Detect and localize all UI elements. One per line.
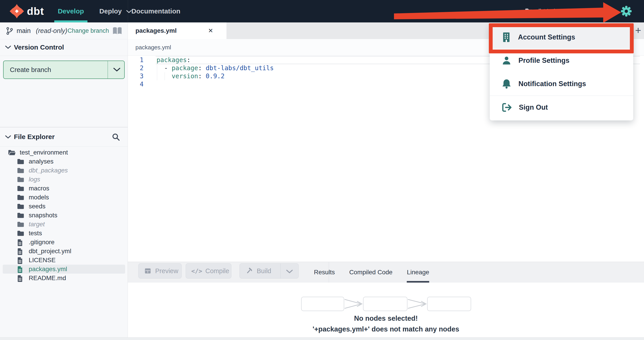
change-branch-link[interactable]: Change branch [68, 22, 109, 39]
account-breadcrumb[interactable]: dbt Labs / Analytics [536, 0, 590, 22]
folder-icon [17, 221, 24, 227]
folder-icon [17, 168, 24, 173]
gear-icon[interactable] [621, 6, 632, 17]
folder-open-icon [8, 150, 16, 156]
file-row-readme[interactable]: README.md [0, 274, 128, 282]
new-tab-button[interactable]: + [632, 22, 644, 39]
folder-row-seeds[interactable]: seeds [0, 202, 128, 211]
sign-out-icon [502, 103, 512, 112]
folder-row-target[interactable]: target [0, 220, 128, 229]
folder-row-logs[interactable]: logs [0, 175, 128, 184]
compile-button[interactable]: </> Compile [186, 263, 232, 278]
folder-row-analyses[interactable]: analyses [0, 157, 128, 166]
file-icon [17, 257, 23, 264]
tab-title: packages.yml [136, 22, 177, 39]
close-icon[interactable]: ✕ [208, 22, 213, 39]
build-label: Build [257, 267, 271, 275]
folder-row-macros[interactable]: macros [0, 184, 128, 193]
tab-compiled-code[interactable]: Compiled Code [349, 262, 392, 282]
create-branch-label: Create branch [10, 61, 51, 78]
folder-row-test-environment[interactable]: test_environment [0, 148, 128, 157]
folder-icon [17, 212, 24, 218]
bottom-action-bar: Preview </> Compile Build Resul [128, 262, 644, 282]
chevron-down-icon[interactable] [113, 67, 121, 72]
chevron-down-icon [5, 135, 11, 139]
line-number: 3 [128, 72, 156, 80]
bell-icon [502, 79, 511, 89]
menu-item-sign-out[interactable]: Sign Out [490, 96, 633, 119]
compile-label: Compile [206, 267, 229, 275]
lineage-empty-title: No nodes selected! [128, 314, 644, 322]
active-tab-underline [54, 20, 88, 22]
person-icon [502, 56, 511, 65]
table-icon [144, 268, 151, 274]
lineage-empty-detail: '+packages.yml+' does not match any node… [128, 325, 644, 333]
folder-row-models[interactable]: models [0, 193, 128, 202]
top-navbar: dbt Develop Deploy Documentation dbt Lab… [0, 0, 644, 22]
file-icon [17, 239, 23, 246]
chevron-down-icon[interactable] [286, 269, 293, 274]
file-row-dbt-project[interactable]: dbt_project.yml [0, 247, 128, 256]
build-button[interactable]: Build [240, 263, 299, 278]
indent-guide [157, 72, 157, 80]
line-number: 4 [128, 80, 156, 88]
file-icon [17, 275, 23, 282]
nav-tab-deploy[interactable]: Deploy [96, 0, 125, 22]
version-control-header[interactable]: Version Control [0, 39, 128, 56]
folder-icon [17, 230, 24, 236]
folder-row-tests[interactable]: tests [0, 229, 128, 238]
lineage-panel: No nodes selected! '+packages.yml+' does… [128, 282, 644, 337]
breadcrumb: packages.yml [136, 39, 171, 56]
tab-lineage[interactable]: Lineage [407, 262, 429, 282]
chevron-down-icon [126, 10, 132, 14]
search-icon[interactable] [112, 133, 120, 141]
indent-guide [157, 64, 157, 72]
file-row-gitignore[interactable]: .gitignore [0, 238, 128, 247]
folder-icon [17, 186, 24, 191]
file-tree: test_environment analyses dbt_packages l… [0, 148, 128, 282]
file-row-packages-selected[interactable]: packages.yml [3, 265, 125, 274]
brand-wordmark[interactable]: dbt [27, 0, 44, 22]
file-row-license[interactable]: LICENSE [0, 256, 128, 265]
folder-row-snapshots[interactable]: snapshots [0, 211, 128, 220]
version-control-title: Version Control [14, 39, 64, 56]
chevron-down-icon [5, 45, 11, 49]
current-branch-name: main [16, 22, 31, 39]
nav-tab-documentation[interactable]: Documentation [132, 0, 174, 22]
help-icon[interactable]: ? [606, 7, 615, 17]
file-explorer-header[interactable]: File Explorer [0, 127, 128, 146]
preview-label: Preview [155, 267, 178, 275]
line-number: 1 [128, 56, 156, 64]
left-sidebar: main (read-only) Change branch Version C… [0, 22, 128, 340]
branch-readonly-label: (read-only) [36, 22, 67, 39]
annotation-highlight-box [489, 23, 634, 54]
folder-icon [17, 158, 24, 164]
menu-item-notification-settings[interactable]: Notification Settings [490, 72, 633, 96]
preview-button[interactable]: Preview [138, 263, 182, 278]
folder-icon [17, 176, 24, 182]
dbt-cloud-ide: dbt Develop Deploy Documentation dbt Lab… [0, 0, 644, 340]
file-icon [17, 248, 23, 255]
button-split-divider [280, 264, 281, 278]
folder-row-dbt-packages[interactable]: dbt_packages [0, 166, 128, 175]
docs-book-icon[interactable] [112, 27, 122, 35]
code-icon: </> [191, 268, 202, 274]
tab-results[interactable]: Results [314, 262, 335, 282]
git-branch-icon [6, 27, 14, 35]
folder-icon [17, 204, 24, 209]
line-number: 2 [128, 64, 156, 72]
dbt-logo-icon[interactable] [10, 4, 24, 18]
result-tabs: Results Compiled Code Lineage [314, 262, 429, 282]
folder-icon [17, 194, 24, 200]
horizontal-scrollbar[interactable] [0, 337, 644, 340]
hammer-icon [246, 267, 253, 274]
line-number-gutter: 1 2 3 4 [128, 56, 156, 88]
file-icon [17, 266, 23, 273]
file-explorer-title: File Explorer [14, 128, 55, 146]
tab-packages-yml[interactable]: packages.yml ✕ [128, 22, 226, 39]
folder-icon [525, 8, 533, 15]
create-branch-button[interactable]: Create branch [3, 60, 125, 79]
nav-tab-develop[interactable]: Develop [54, 0, 88, 22]
branch-bar: main (read-only) Change branch [0, 22, 128, 39]
indent-guide [164, 72, 165, 80]
